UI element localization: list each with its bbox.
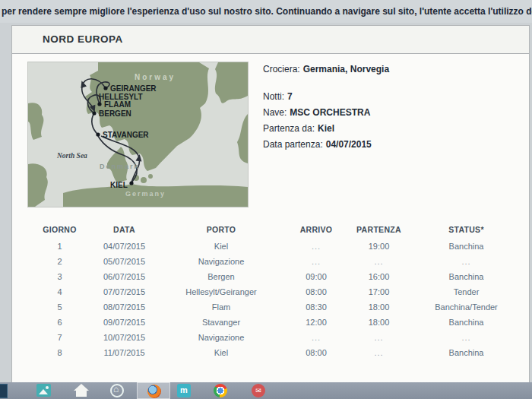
table-cell: 09/07/2015 <box>88 318 160 327</box>
firefox-active-slot[interactable] <box>137 382 170 399</box>
table-cell: Banchina <box>407 318 525 327</box>
gmail-icon[interactable]: ✉ <box>252 384 265 397</box>
table-cell: Kiel <box>160 242 282 251</box>
table-cell: 08:00 <box>282 348 350 357</box>
col-porto: PORTO <box>160 225 282 234</box>
table-cell: Stavanger <box>160 318 282 327</box>
map-land-finland <box>215 62 248 103</box>
table-cell: Tender <box>407 287 525 296</box>
browser-home-icon[interactable] <box>110 384 124 397</box>
table-cell: 8 <box>31 348 88 357</box>
chrome-icon[interactable] <box>214 384 227 397</box>
table-cell: 06/07/2015 <box>88 272 160 281</box>
table-cell: 08/07/2015 <box>88 302 160 312</box>
table-cell: 11/07/2015 <box>88 348 160 357</box>
table-cell: 09:00 <box>282 272 350 281</box>
table-header: GIORNO DATA PORTO ARRIVO PARTENZA STATUS… <box>31 225 525 234</box>
taskbar: m ✉ <box>0 382 532 399</box>
cookie-bar: per rendere sempre migliore l'esperienza… <box>0 0 532 23</box>
table-cell: ... <box>407 257 525 266</box>
table-cell: 16:00 <box>350 272 407 281</box>
col-status: STATUS* <box>407 225 525 234</box>
table-row: 508/07/2015Flam08:3018:00Banchina/Tender <box>31 299 525 315</box>
col-data: DATA <box>88 225 160 234</box>
info-label: Notti: <box>263 91 284 102</box>
screen: per rendere sempre migliore l'esperienza… <box>0 0 532 399</box>
table-cell: ... <box>282 257 350 266</box>
info-crociera: Crociera:Germania, Norvegia <box>263 64 521 74</box>
table-cell: ... <box>282 333 350 342</box>
info-partenza-da: Partenza da:Kiel <box>263 123 521 134</box>
content-panel: NORD EUROPA <box>11 25 530 382</box>
table-cell: Navigazione <box>160 257 282 266</box>
table-cell: 18:00 <box>350 318 407 327</box>
col-arrivo: ARRIVO <box>282 225 350 234</box>
table-cell: ... <box>350 257 407 266</box>
map-label-bergen: BERGEN <box>99 109 131 118</box>
cruise-info: Crociera:Germania, Norvegia Notti:7 Nave… <box>263 64 521 155</box>
table-row: 205/07/2015Navigazione......... <box>31 254 525 269</box>
table-cell: 05/07/2015 <box>88 257 160 266</box>
table-cell: Banchina/Tender <box>407 302 525 312</box>
info-value: MSC ORCHESTRA <box>290 107 370 118</box>
table-cell: ... <box>350 348 407 357</box>
table-cell: Bergen <box>160 272 282 281</box>
table-row: 306/07/2015Bergen09:0016:00Banchina <box>31 269 525 284</box>
table-cell: 08:30 <box>282 302 350 312</box>
table-cell: 7 <box>31 333 88 342</box>
info-label: Nave: <box>263 107 287 118</box>
table-cell: Banchina <box>407 242 525 251</box>
info-value: 04/07/2015 <box>326 139 372 150</box>
pinned-app-icon[interactable] <box>0 384 8 398</box>
info-value: Germania, Norvegia <box>303 64 389 74</box>
info-label: Crociera: <box>263 64 300 74</box>
map-label-flaam: FLAAM <box>104 100 131 109</box>
table-cell: 12:00 <box>282 318 350 327</box>
home-icon[interactable] <box>74 384 89 397</box>
map-label-denmark: Denmark <box>100 163 140 170</box>
table-cell: Flam <box>160 302 282 312</box>
col-giorno: GIORNO <box>31 225 88 234</box>
info-label: Partenza da: <box>263 123 315 134</box>
table-cell: 04/07/2015 <box>88 242 160 251</box>
table-row: 609/07/2015Stavanger12:0018:00Banchina <box>31 315 525 330</box>
table-cell: Banchina <box>407 348 525 357</box>
map-label-stavanger: STAVANGER <box>103 131 149 139</box>
itinerary-table: GIORNO DATA PORTO ARRIVO PARTENZA STATUS… <box>31 225 525 360</box>
map-image: Norway GEIRANGER HELLESYLT FLAAM BERGEN … <box>28 62 248 207</box>
table-cell: Hellesylt/Geiranger <box>160 287 282 296</box>
col-partenza: PARTENZA <box>350 225 407 234</box>
table-row: 104/07/2015Kiel...19:00Banchina <box>31 239 525 254</box>
info-value: Kiel <box>318 123 334 134</box>
map-label-germany: Germany <box>125 190 166 198</box>
table-row: 710/07/2015Navigazione......... <box>31 330 525 345</box>
itinerary-map: Norway GEIRANGER HELLESYLT FLAAM BERGEN … <box>28 62 248 207</box>
table-row: 811/07/2015Kiel08:00...Banchina <box>31 345 525 360</box>
cookie-text: per rendere sempre migliore l'esperienza… <box>2 6 532 17</box>
table-row: 407/07/2015Hellesylt/Geiranger08:0017:00… <box>31 284 525 299</box>
table-cell: 5 <box>31 302 88 312</box>
map-label-kiel: KIEL <box>110 181 128 189</box>
info-notti: Notti:7 <box>263 91 521 102</box>
table-cell: 6 <box>31 318 88 327</box>
table-cell: 10/07/2015 <box>88 333 160 342</box>
mail-app-icon[interactable] <box>36 384 51 397</box>
table-cell: 17:00 <box>350 287 407 296</box>
table-cell: 19:00 <box>350 242 407 251</box>
map-label-geiranger: GEIRANGER <box>110 84 157 93</box>
table-cell: 4 <box>31 287 88 296</box>
table-cell: ... <box>350 333 407 342</box>
maxthon-icon[interactable]: m <box>177 384 191 397</box>
table-cell: 2 <box>31 257 88 266</box>
table-cell: 1 <box>31 242 88 251</box>
info-nave: Nave:MSC ORCHESTRA <box>263 107 521 118</box>
itinerary-rows: 104/07/2015Kiel...19:00Banchina205/07/20… <box>31 239 525 360</box>
info-data-partenza: Data partenza:04/07/2015 <box>263 139 521 150</box>
map-label-norway: Norway <box>135 73 176 81</box>
table-cell: Banchina <box>407 272 525 281</box>
table-cell: 07/07/2015 <box>88 287 160 296</box>
table-cell: 3 <box>31 272 88 281</box>
table-cell: ... <box>282 242 350 251</box>
firefox-icon[interactable] <box>147 385 161 398</box>
table-cell: 18:00 <box>350 302 407 312</box>
